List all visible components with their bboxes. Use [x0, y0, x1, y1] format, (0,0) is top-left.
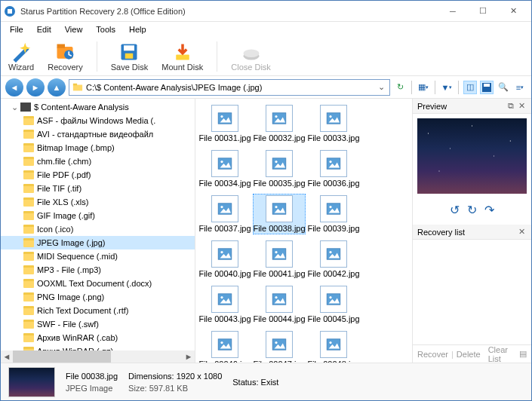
- view-mode-icon[interactable]: ▦▾: [417, 81, 430, 94]
- folder-icon: [23, 306, 34, 315]
- toolbar-savedisk-button[interactable]: Save Disk: [111, 41, 149, 72]
- scroll-right-icon[interactable]: ►: [183, 350, 195, 363]
- tree-item[interactable]: ASF - файлы Windows Media (.: [1, 114, 195, 127]
- tree-item[interactable]: Rich Text Document (.rtf): [1, 304, 195, 317]
- delete-button[interactable]: Delete: [457, 350, 481, 359]
- preview-close-icon[interactable]: ✕: [516, 101, 527, 111]
- search-icon[interactable]: 🔍: [497, 81, 510, 94]
- menu-view[interactable]: View: [59, 23, 89, 35]
- scroll-thumb[interactable]: [13, 350, 111, 363]
- tree-scrollbar[interactable]: ◄ ►: [1, 350, 195, 363]
- file-item[interactable]: File 00040.jpg: [198, 239, 251, 280]
- menu-tools[interactable]: Tools: [90, 23, 121, 35]
- rotate-left-icon[interactable]: ↺: [450, 203, 460, 217]
- preview-detach-icon[interactable]: ⧉: [506, 101, 516, 111]
- list-view-icon[interactable]: ▤: [519, 349, 527, 359]
- scroll-left-icon[interactable]: ◄: [1, 350, 13, 363]
- file-item[interactable]: File 00037.jpg: [198, 194, 251, 234]
- tree-item[interactable]: Архив WinRAR (.cab): [1, 331, 195, 344]
- tree-item[interactable]: MIDI Sequence (.mid): [1, 249, 195, 263]
- svg-point-18: [220, 115, 223, 118]
- recovery-list-body[interactable]: [413, 240, 531, 344]
- tree-item[interactable]: File TIF (.tif): [1, 182, 195, 195]
- tree-item[interactable]: Icon (.ico): [1, 222, 195, 236]
- refresh-icon[interactable]: ↻: [393, 81, 407, 94]
- file-name: File 00032.jpg: [253, 133, 305, 142]
- menu-edit[interactable]: Edit: [31, 23, 57, 35]
- recover-button[interactable]: Recover: [417, 350, 448, 359]
- options-icon[interactable]: ≡▾: [513, 81, 527, 94]
- preview-title: Preview: [417, 102, 447, 111]
- status-status-label: Status:: [232, 378, 258, 387]
- file-name: File 00040.jpg: [198, 269, 251, 278]
- tree-item[interactable]: Bitmap Image (.bmp): [1, 141, 195, 155]
- file-name: File 00042.jpg: [307, 269, 359, 278]
- image-icon: [211, 240, 238, 268]
- rotate-180-icon[interactable]: ↻: [467, 203, 477, 217]
- file-item[interactable]: File 00042.jpg: [307, 239, 360, 280]
- tree-item[interactable]: OOXML Text Document (.docx): [1, 277, 195, 290]
- folder-icon: [23, 238, 34, 247]
- tree-item[interactable]: JPEG Image (.jpg): [1, 236, 195, 249]
- folder-icon: [23, 157, 34, 166]
- file-item[interactable]: File 00039.jpg: [307, 194, 360, 234]
- rotate-right-icon[interactable]: ↷: [484, 203, 494, 217]
- save-icon[interactable]: [480, 81, 494, 94]
- file-item[interactable]: File 00033.jpg: [307, 103, 360, 144]
- file-item[interactable]: File 00045.jpg: [307, 284, 360, 325]
- minimize-button[interactable]: ─: [438, 1, 468, 21]
- savedisk-icon: [118, 41, 140, 63]
- menu-help[interactable]: Help: [123, 23, 152, 35]
- svg-rect-1: [8, 9, 12, 14]
- file-item[interactable]: File 00044.jpg: [253, 284, 306, 325]
- file-item[interactable]: File 00036.jpg: [307, 148, 360, 189]
- tree-item[interactable]: File PDF (.pdf): [1, 168, 195, 182]
- file-item[interactable]: File 00047.jpg: [253, 329, 306, 363]
- file-item[interactable]: File 00032.jpg: [253, 103, 306, 144]
- tree-item-label: Архив WinRAR (.cab): [37, 333, 118, 342]
- image-icon: [320, 105, 347, 132]
- filter-icon[interactable]: ▼▾: [440, 81, 454, 94]
- file-item[interactable]: File 00035.jpg: [253, 148, 306, 189]
- address-bar[interactable]: C:\$ Content-Aware Analysis\JPEG Image (…: [69, 79, 390, 96]
- folder-tree[interactable]: ⌄$ Content-Aware Analysis ASF - файлы Wi…: [1, 99, 195, 363]
- recovery-list-close-icon[interactable]: ✕: [516, 227, 527, 237]
- folder-icon: [23, 116, 34, 125]
- tree-item[interactable]: chm.file (.chm): [1, 155, 195, 168]
- file-item[interactable]: File 00043.jpg: [198, 284, 251, 325]
- address-path: C:\$ Content-Aware Analysis\JPEG Image (…: [86, 83, 376, 92]
- clear-list-button[interactable]: Clear List: [488, 345, 513, 363]
- file-item[interactable]: File 00038.jpg: [253, 194, 306, 234]
- svg-point-69: [329, 341, 331, 344]
- toolbar-wizard-button[interactable]: Wizard: [8, 41, 34, 72]
- file-item[interactable]: File 00041.jpg: [253, 239, 306, 280]
- toolbar-mountdisk-button[interactable]: Mount Disk: [161, 41, 203, 72]
- tree-item[interactable]: GIF Image (.gif): [1, 209, 195, 222]
- file-item[interactable]: File 00046.jpg: [198, 329, 251, 363]
- tree-item[interactable]: AVI - стандартные видеофайл: [1, 127, 195, 141]
- folder-icon: [23, 143, 34, 152]
- nav-forward-button[interactable]: ►: [26, 78, 45, 96]
- nav-back-button[interactable]: ◄: [5, 78, 23, 96]
- svg-rect-16: [484, 84, 490, 87]
- file-pane[interactable]: File 00031.jpgFile 00032.jpgFile 00033.j…: [195, 99, 412, 363]
- tree-item[interactable]: SWF - File (.swf): [1, 317, 195, 331]
- tree-item[interactable]: PNG Image (.png): [1, 290, 195, 304]
- tree-root[interactable]: ⌄$ Content-Aware Analysis: [1, 100, 195, 114]
- toolbar-recovery-button[interactable]: Recovery: [48, 41, 82, 72]
- nav-up-button[interactable]: ▲: [48, 78, 66, 96]
- folder-icon: [23, 130, 34, 139]
- menu-file[interactable]: File: [4, 23, 29, 35]
- tree-item-label: Bitmap Image (.bmp): [37, 143, 115, 152]
- tree-item[interactable]: MP3 - File (.mp3): [1, 263, 195, 277]
- maximize-button[interactable]: ☐: [468, 1, 498, 21]
- collapse-icon[interactable]: ⌄: [11, 103, 20, 112]
- tree-item[interactable]: File XLS (.xls): [1, 195, 195, 209]
- preview-toggle-icon[interactable]: ◫: [463, 81, 477, 94]
- address-dropdown[interactable]: ⌄: [376, 82, 386, 92]
- recovery-list-header: Recovery list ✕: [413, 225, 531, 240]
- file-item[interactable]: File 00031.jpg: [198, 103, 251, 144]
- close-button[interactable]: ✕: [498, 1, 528, 21]
- file-item[interactable]: File 00034.jpg: [198, 148, 251, 189]
- file-item[interactable]: File 00048.jpg: [307, 329, 360, 363]
